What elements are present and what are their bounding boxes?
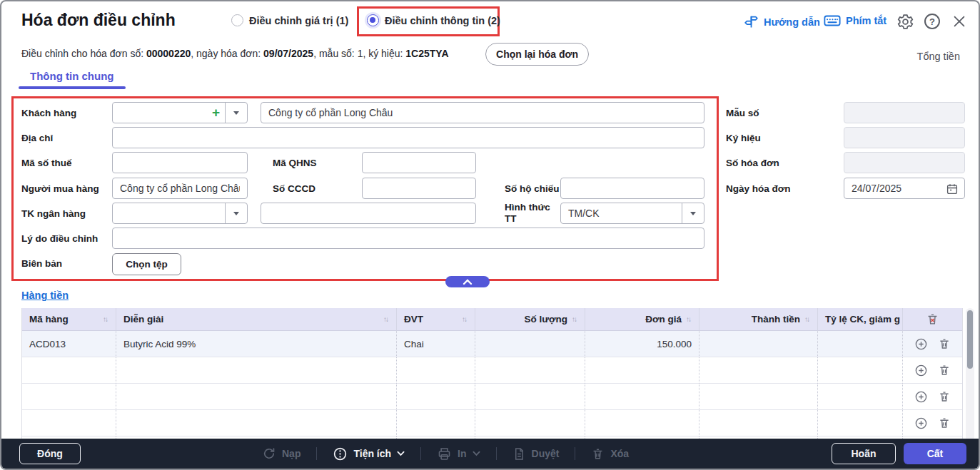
- cccd-label: Số CCCD: [273, 183, 315, 194]
- scrollbar-thumb[interactable]: [967, 310, 973, 369]
- add-row-icon[interactable]: [914, 364, 928, 377]
- help-icon[interactable]: ?: [924, 14, 940, 29]
- delete-row-icon[interactable]: [938, 337, 951, 350]
- postpone-button[interactable]: Hoãn: [832, 443, 896, 464]
- cell-unit[interactable]: Chai: [397, 331, 475, 357]
- guide-link[interactable]: Hướng dẫn: [744, 14, 820, 29]
- payment-method-select[interactable]: TM/CK: [560, 203, 704, 224]
- invoice-date-input[interactable]: 24/07/2025: [844, 178, 965, 199]
- sort-icon[interactable]: ↑↓: [804, 315, 810, 323]
- sort-icon[interactable]: ↑↓: [686, 315, 692, 323]
- line-items-link[interactable]: Hàng tiền: [21, 290, 69, 301]
- address-label: Địa chỉ: [21, 133, 53, 143]
- col-header-description[interactable]: Diễn giải↑↓: [116, 308, 397, 331]
- chevron-down-icon[interactable]: [225, 203, 247, 224]
- page-title: Hóa đơn điều chỉnh: [21, 11, 176, 30]
- info-serial: 1C25TYA: [405, 48, 448, 59]
- bank-name-input[interactable]: [261, 203, 476, 224]
- sort-icon[interactable]: ↑↓: [383, 315, 389, 323]
- add-row-icon[interactable]: [914, 337, 928, 351]
- tab-general-info[interactable]: Thông tin chung: [30, 70, 113, 82]
- shortcut-link[interactable]: Phím tắt: [824, 14, 886, 27]
- chevron-down-icon[interactable]: [225, 102, 247, 123]
- close-icon[interactable]: [951, 14, 967, 29]
- invoice-no-input: [844, 152, 965, 173]
- save-button[interactable]: Cất: [904, 443, 966, 464]
- cell-actions: [903, 357, 962, 384]
- cell-amount[interactable]: [699, 331, 818, 357]
- calendar-icon[interactable]: [946, 183, 959, 195]
- passport-input[interactable]: [560, 178, 704, 199]
- cell-item-code[interactable]: ACD013: [22, 331, 116, 357]
- adjusted-invoice-info: Điều chỉnh cho hóa đơn số: 00000220, ngà…: [21, 48, 449, 59]
- sort-icon[interactable]: ↑↓: [462, 315, 468, 323]
- cccd-input[interactable]: [362, 178, 476, 199]
- cell-unit-price[interactable]: 150.000: [585, 331, 699, 357]
- table-row[interactable]: [22, 357, 962, 384]
- info-invoice-no: 00000220: [146, 48, 191, 59]
- reselect-invoice-button[interactable]: Chọn lại hóa đơn: [485, 43, 589, 66]
- radio-circle[interactable]: [231, 14, 243, 26]
- table-row[interactable]: [22, 384, 962, 410]
- buyer-input[interactable]: Công ty cổ phần Long Châu: [112, 178, 248, 199]
- divider: [496, 447, 497, 460]
- info-text: Điều chỉnh cho hóa đơn số:: [21, 48, 146, 59]
- table-scrollbar[interactable]: [966, 308, 974, 441]
- total-amount-label: Tổng tiền: [917, 51, 960, 62]
- payment-method-label-line2: TT: [505, 213, 517, 224]
- col-header-unit-price[interactable]: Đơn giá↑↓: [585, 308, 699, 331]
- radio-circle-selected[interactable]: [367, 14, 379, 26]
- table-row[interactable]: ACD013 Butyric Acid 99% Chai 150.000: [22, 331, 962, 357]
- cell-description[interactable]: Butyric Acid 99%: [116, 331, 397, 357]
- buyer-value: Công ty cổ phần Long Châu: [120, 183, 240, 194]
- delete-row-icon[interactable]: [938, 390, 951, 403]
- cell-discount[interactable]: [818, 331, 903, 357]
- customer-name-input[interactable]: Công ty cổ phần Long Châu: [261, 102, 704, 123]
- chevron-down-icon: [473, 451, 480, 456]
- delete-button[interactable]: Xóa: [591, 447, 629, 461]
- collapse-form-button[interactable]: [445, 276, 490, 287]
- radio-adjust-info[interactable]: Điều chỉnh thông tin (2): [367, 14, 500, 26]
- delete-all-rows-icon[interactable]: [926, 312, 939, 326]
- print-button[interactable]: In: [437, 446, 480, 461]
- delete-row-icon[interactable]: [938, 364, 951, 377]
- reason-input[interactable]: [112, 228, 704, 249]
- qhns-input[interactable]: [362, 152, 476, 173]
- sort-icon[interactable]: ↑↓: [572, 315, 577, 323]
- keyboard-icon: [824, 14, 841, 27]
- divider: [316, 447, 317, 460]
- add-row-icon[interactable]: [914, 390, 928, 404]
- col-header-unit[interactable]: ĐVT↑↓: [397, 308, 475, 331]
- approve-button[interactable]: Duyệt: [512, 447, 560, 461]
- address-input[interactable]: [112, 127, 704, 148]
- bank-account-select[interactable]: [112, 203, 248, 224]
- utilities-icon: [333, 446, 348, 461]
- reload-button[interactable]: Nạp: [262, 446, 300, 461]
- symbol-label: Ký hiệu: [726, 133, 761, 143]
- help-glyph: ?: [929, 16, 935, 27]
- payment-method-label: Hình thức TT: [505, 202, 556, 225]
- col-header-item-code[interactable]: Mã hàng↑↓: [22, 308, 116, 331]
- col-header-quantity[interactable]: Số lượng↑↓: [475, 308, 585, 331]
- delete-row-icon[interactable]: [938, 417, 951, 429]
- utilities-button[interactable]: Tiện ích: [333, 446, 405, 461]
- col-header-amount[interactable]: Thành tiền↑↓: [699, 308, 818, 331]
- qhns-label: Mã QHNS: [273, 158, 317, 168]
- table-row[interactable]: [22, 410, 962, 436]
- sort-icon[interactable]: ↑↓: [103, 315, 108, 323]
- table-header-row: Mã hàng↑↓ Diễn giải↑↓ ĐVT↑↓ Số lượng↑↓ Đ…: [22, 308, 962, 331]
- customer-code-combo[interactable]: +: [112, 102, 248, 123]
- close-button[interactable]: Đóng: [19, 443, 81, 464]
- choose-file-button[interactable]: Chọn tệp: [112, 253, 181, 275]
- cell-actions: [903, 384, 962, 410]
- add-row-icon[interactable]: [914, 417, 928, 430]
- add-customer-icon[interactable]: +: [212, 103, 220, 123]
- col-header-discount[interactable]: Tỷ lệ CK, giảm g: [818, 308, 903, 331]
- refresh-icon: [262, 446, 276, 461]
- tax-code-input[interactable]: [112, 152, 248, 173]
- chevron-down-icon[interactable]: [682, 203, 704, 224]
- cell-quantity[interactable]: [475, 331, 585, 357]
- reason-label: Lý do điều chỉnh: [21, 233, 98, 244]
- gear-icon[interactable]: [896, 13, 914, 31]
- radio-adjust-value[interactable]: Điều chỉnh giá trị (1): [231, 14, 348, 26]
